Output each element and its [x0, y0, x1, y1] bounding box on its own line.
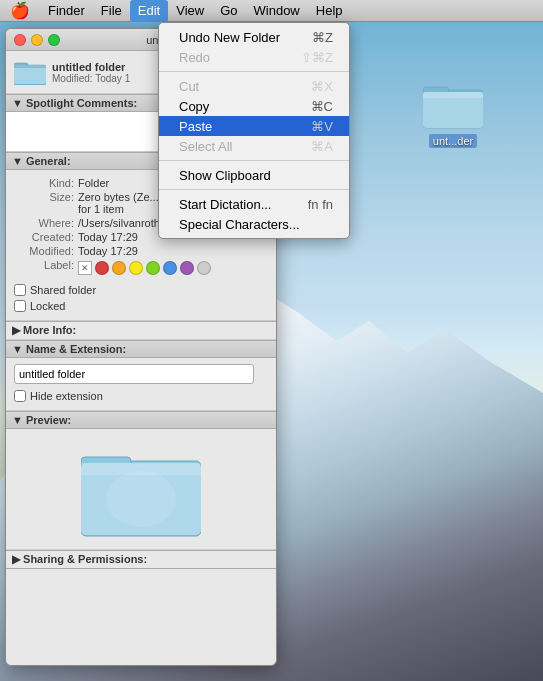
label-yellow[interactable]: [129, 261, 143, 275]
label-green[interactable]: [146, 261, 160, 275]
separator-3: [159, 189, 349, 190]
modified-value: Today 17:29: [78, 245, 268, 257]
preview-label: ▼ Preview:: [12, 414, 71, 426]
svg-point-8: [106, 471, 176, 527]
menu-copy-shortcut: ⌘C: [311, 99, 333, 114]
minimize-button[interactable]: [31, 34, 43, 46]
hide-ext-label: Hide extension: [30, 390, 103, 402]
apple-menu[interactable]: 🍎: [0, 1, 40, 20]
menu-redo-shortcut: ⇧⌘Z: [301, 50, 333, 65]
menu-paste[interactable]: Paste ⌘V: [159, 116, 349, 136]
menubar-help[interactable]: Help: [308, 0, 351, 22]
menu-copy[interactable]: Copy ⌘C: [159, 96, 349, 116]
menu-show-clipboard-label: Show Clipboard: [179, 168, 271, 183]
more-info-header[interactable]: ▶ More Info:: [6, 321, 276, 340]
label-row: Label: ✕: [14, 258, 268, 276]
menu-select-all[interactable]: Select All ⌘A: [159, 136, 349, 156]
name-input[interactable]: [14, 364, 254, 384]
locked-row: Locked: [14, 298, 268, 314]
menubar-go[interactable]: Go: [212, 0, 245, 22]
general-label: ▼ General:: [12, 155, 71, 167]
locked-label: Locked: [30, 300, 65, 312]
label-none[interactable]: ✕: [78, 261, 92, 275]
name-ext-header[interactable]: ▼ Name & Extension:: [6, 340, 276, 358]
label-purple[interactable]: [180, 261, 194, 275]
shared-folder-row: Shared folder: [14, 282, 268, 298]
hide-ext-checkbox[interactable]: [14, 390, 26, 402]
menu-cut[interactable]: Cut ⌘X: [159, 76, 349, 96]
menu-start-dictation-label: Start Dictation...: [179, 197, 271, 212]
label-blue[interactable]: [163, 261, 177, 275]
label-orange[interactable]: [112, 261, 126, 275]
menubar-finder[interactable]: Finder: [40, 0, 93, 22]
desktop-folder-icon: [423, 80, 483, 130]
shared-folder-checkbox[interactable]: [14, 284, 26, 296]
where-label: Where:: [14, 217, 74, 229]
desktop-folder[interactable]: unt...der: [423, 80, 483, 148]
desktop-folder-label: unt...der: [429, 134, 477, 148]
locked-checkbox[interactable]: [14, 300, 26, 312]
more-info-label: ▶ More Info:: [12, 324, 76, 337]
menu-undo-shortcut: ⌘Z: [312, 30, 333, 45]
menubar-view[interactable]: View: [168, 0, 212, 22]
modified-row: Modified: Today 17:29: [14, 244, 268, 258]
traffic-lights: [14, 34, 60, 46]
close-button[interactable]: [14, 34, 26, 46]
menu-cut-label: Cut: [179, 79, 199, 94]
label-colors[interactable]: ✕: [78, 261, 211, 275]
file-name: untitled folder: [52, 61, 130, 73]
sharing-header[interactable]: ▶ Sharing & Permissions:: [6, 550, 276, 569]
file-info-text: untitled folder Modified: Today 1: [52, 61, 130, 84]
shared-folder-label: Shared folder: [30, 284, 96, 296]
menu-special-chars-label: Special Characters...: [179, 217, 300, 232]
name-ext-label: ▼ Name & Extension:: [12, 343, 126, 355]
menu-special-chars[interactable]: Special Characters...: [159, 214, 349, 234]
menu-undo-label: Undo New Folder: [179, 30, 280, 45]
folder-icon-small: [14, 59, 46, 85]
menubar: 🍎 Finder File Edit View Go Window Help: [0, 0, 543, 22]
menu-redo[interactable]: Redo ⇧⌘Z: [159, 47, 349, 67]
edit-menu: Undo New Folder ⌘Z Redo ⇧⌘Z Cut ⌘X Copy …: [158, 22, 350, 239]
menu-show-clipboard[interactable]: Show Clipboard: [159, 165, 349, 185]
file-modified: Modified: Today 1: [52, 73, 130, 84]
menu-start-dictation[interactable]: Start Dictation... fn fn: [159, 194, 349, 214]
spotlight-label: ▼ Spotlight Comments:: [12, 97, 137, 109]
name-ext-section: Hide extension: [6, 358, 276, 411]
menu-redo-label: Redo: [179, 50, 210, 65]
menu-paste-shortcut: ⌘V: [311, 119, 333, 134]
label-gray[interactable]: [197, 261, 211, 275]
svg-rect-12: [423, 92, 483, 98]
preview-header[interactable]: ▼ Preview:: [6, 411, 276, 429]
separator-1: [159, 71, 349, 72]
separator-2: [159, 160, 349, 161]
menu-start-dictation-shortcut: fn fn: [308, 197, 333, 212]
preview-folder-icon: [81, 443, 201, 543]
preview-section: [6, 429, 276, 550]
svg-rect-3: [14, 65, 46, 68]
kind-label: Kind:: [14, 177, 74, 189]
menubar-window[interactable]: Window: [246, 0, 308, 22]
sharing-label: ▶ Sharing & Permissions:: [12, 553, 147, 566]
menu-paste-label: Paste: [179, 119, 212, 134]
maximize-button[interactable]: [48, 34, 60, 46]
label-label: Label:: [14, 259, 74, 275]
modified-label: Modified:: [14, 245, 74, 257]
menu-cut-shortcut: ⌘X: [311, 79, 333, 94]
menu-select-all-shortcut: ⌘A: [311, 139, 333, 154]
menubar-file[interactable]: File: [93, 0, 130, 22]
label-red[interactable]: [95, 261, 109, 275]
menu-copy-label: Copy: [179, 99, 209, 114]
created-label: Created:: [14, 231, 74, 243]
menu-undo[interactable]: Undo New Folder ⌘Z: [159, 27, 349, 47]
hide-ext-row: Hide extension: [14, 388, 268, 404]
menubar-edit[interactable]: Edit: [130, 0, 168, 22]
menu-select-all-label: Select All: [179, 139, 232, 154]
size-label: Size:: [14, 191, 74, 215]
